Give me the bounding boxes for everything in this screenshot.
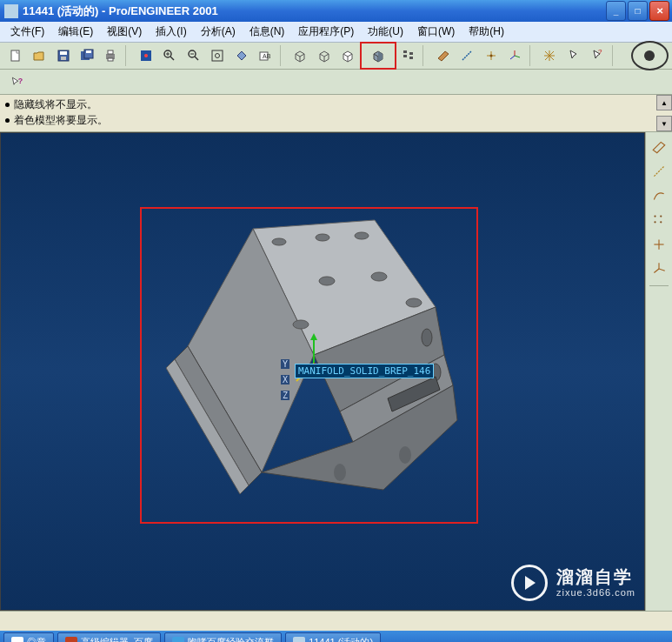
title-bar: 11441 (活动的) - Pro/ENGINEER 2001 _ □ ✕ xyxy=(0,0,672,22)
window-controls: _ □ ✕ xyxy=(606,1,669,21)
zoom-out-button[interactable] xyxy=(183,44,204,67)
svg-rect-2 xyxy=(60,51,67,55)
spin-center-button[interactable] xyxy=(539,44,561,67)
saved-views-button[interactable]: AB xyxy=(254,44,276,67)
menu-view[interactable]: 视图(V) xyxy=(100,22,149,42)
taskbar-item-1[interactable]: 高级编辑器_百度 xyxy=(57,632,161,643)
svg-rect-3 xyxy=(61,57,66,60)
menu-window[interactable]: 窗口(W) xyxy=(410,22,462,42)
watermark-url: zixue.3d66.com xyxy=(556,587,635,599)
datum-plane-button[interactable] xyxy=(432,44,454,67)
svg-text:?: ? xyxy=(598,49,602,56)
model-tree-button[interactable] xyxy=(397,44,419,67)
menu-bar: 文件(F) 编辑(E) 视图(V) 插入(I) 分析(A) 信息(N) 应用程序… xyxy=(0,22,672,43)
svg-point-30 xyxy=(489,55,492,57)
svg-rect-19 xyxy=(212,50,223,61)
svg-point-20 xyxy=(216,54,220,58)
menu-apps[interactable]: 应用程序(P) xyxy=(291,22,361,42)
whats-this-button[interactable]: ? xyxy=(4,70,30,93)
message-scroll-down-button[interactable]: ▼ xyxy=(656,116,672,131)
taskbar-item-2[interactable]: 咆哮百度经验交流群 xyxy=(164,632,282,643)
right-toolbar-separator xyxy=(649,285,669,286)
svg-line-75 xyxy=(659,269,665,271)
axis-tool-button[interactable] xyxy=(649,162,669,181)
toolbar-separator xyxy=(422,45,429,66)
watermark: 溜溜自学 zixue.3d66.com xyxy=(511,565,635,601)
menu-help[interactable]: 帮助(H) xyxy=(462,22,511,42)
save-button[interactable] xyxy=(52,44,74,67)
windows-taskbar: ◎章 高级编辑器_百度 咆哮百度经验交流群 11441 (活动的) xyxy=(0,631,672,642)
zoom-in-button[interactable] xyxy=(158,44,180,67)
svg-text:?: ? xyxy=(18,77,23,85)
message-line-1: 隐藏线将不显示。 xyxy=(5,97,667,112)
toolbar-separator xyxy=(125,45,131,66)
svg-line-67 xyxy=(654,166,663,176)
taskbar-item-0[interactable]: ◎章 xyxy=(3,632,54,643)
work-area: Y X Z MANIFOLD_SOLID_BREP_146 溜溜自学 zixue… xyxy=(0,132,672,611)
datum-axis-button[interactable] xyxy=(456,44,478,67)
point-tool-button[interactable] xyxy=(649,235,669,254)
secondary-toolbar: ? xyxy=(0,70,672,95)
svg-rect-6 xyxy=(86,50,91,53)
print-button[interactable] xyxy=(100,44,122,67)
generic-app-icon xyxy=(11,637,23,643)
taskbar-item-3[interactable]: 11441 (活动的) xyxy=(285,632,381,643)
datum-csys-button[interactable] xyxy=(503,44,525,67)
save-copy-button[interactable] xyxy=(76,44,97,67)
message-line-2: 着色模型将要显示。 xyxy=(5,112,667,128)
app-icon xyxy=(4,4,18,18)
svg-point-68 xyxy=(654,215,655,217)
svg-rect-24 xyxy=(403,55,407,57)
open-file-button[interactable] xyxy=(28,44,50,67)
menu-util[interactable]: 功能(U) xyxy=(361,22,410,42)
orient-button[interactable] xyxy=(230,44,252,67)
maximize-button[interactable]: □ xyxy=(628,1,648,21)
window-title: 11441 (活动的) - Pro/ENGINEER 2001 xyxy=(23,3,606,19)
datum-point-button[interactable] xyxy=(480,44,502,67)
svg-line-27 xyxy=(462,51,471,60)
csys-tool-button[interactable] xyxy=(649,259,669,278)
refit-button[interactable] xyxy=(206,44,228,67)
menu-file[interactable]: 文件(F) xyxy=(3,22,51,42)
toolbar-separator xyxy=(280,45,286,66)
svg-point-11 xyxy=(144,54,148,57)
status-bar xyxy=(0,611,672,631)
no-hidden-button[interactable] xyxy=(336,44,358,67)
toolbar-separator xyxy=(612,45,618,66)
3d-viewport[interactable]: Y X Z MANIFOLD_SOLID_BREP_146 溜溜自学 zixue… xyxy=(0,132,645,611)
watermark-title: 溜溜自学 xyxy=(556,566,635,587)
query-select-button[interactable]: ? xyxy=(587,44,609,67)
menu-insert[interactable]: 插入(I) xyxy=(149,22,193,42)
hidden-line-button[interactable] xyxy=(313,44,335,67)
repaint-button[interactable] xyxy=(135,44,156,67)
shaded-highlight xyxy=(360,42,396,70)
wireframe-button[interactable] xyxy=(289,44,311,67)
minimize-button[interactable]: _ xyxy=(606,1,626,21)
right-toolbar xyxy=(645,132,672,611)
svg-rect-25 xyxy=(409,52,413,55)
svg-line-32 xyxy=(515,56,520,57)
proe-icon xyxy=(293,637,305,643)
svg-rect-8 xyxy=(108,50,113,54)
shaded-button[interactable] xyxy=(367,44,389,67)
new-file-button[interactable] xyxy=(4,44,26,67)
svg-text:AB: AB xyxy=(263,53,271,59)
point-grid-tool-button[interactable] xyxy=(649,211,669,230)
toolbar-separator xyxy=(529,45,536,66)
menu-edit[interactable]: 编辑(E) xyxy=(51,22,100,42)
svg-rect-23 xyxy=(403,50,407,53)
select-button[interactable] xyxy=(562,44,584,67)
svg-line-13 xyxy=(170,57,174,60)
browser-icon xyxy=(65,637,77,643)
close-button[interactable]: ✕ xyxy=(649,1,669,21)
eye-logo-icon xyxy=(631,41,669,70)
svg-line-76 xyxy=(654,269,659,273)
plane-tool-button[interactable] xyxy=(649,137,669,157)
selection-rectangle xyxy=(140,207,478,524)
menu-analysis[interactable]: 分析(A) xyxy=(194,22,243,42)
svg-point-69 xyxy=(660,215,662,217)
message-scroll-up-button[interactable]: ▲ xyxy=(656,95,672,110)
menu-info[interactable]: 信息(N) xyxy=(243,22,292,42)
curve-tool-button[interactable] xyxy=(649,186,669,205)
play-icon xyxy=(511,565,548,601)
